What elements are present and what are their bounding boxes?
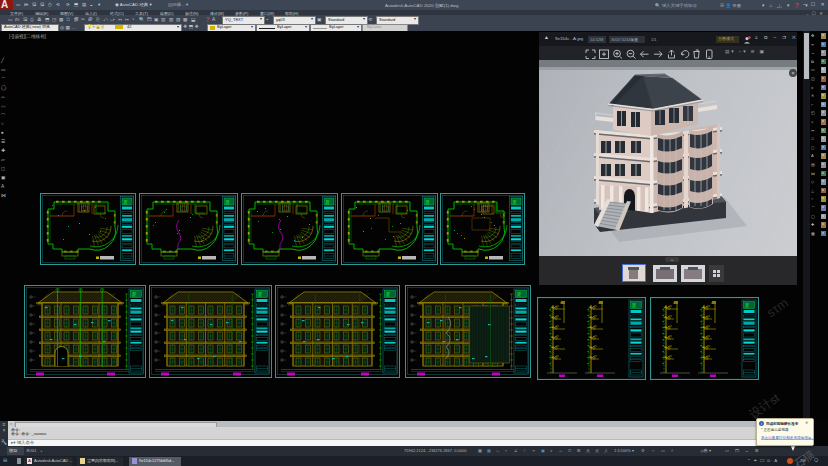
svg-text:夏: 夏 (632, 302, 637, 309)
svg-text:夏: 夏 (225, 199, 230, 206)
svg-text:夏: 夏 (258, 291, 263, 298)
svg-text:夏: 夏 (132, 291, 137, 298)
svg-text:夏: 夏 (745, 302, 750, 309)
svg-text:夏: 夏 (325, 199, 330, 206)
svg-text:夏: 夏 (425, 199, 430, 206)
svg-text:夏: 夏 (123, 199, 128, 206)
svg-text:夏: 夏 (386, 291, 391, 298)
svg-text:夏: 夏 (517, 291, 522, 298)
svg-text:夏: 夏 (512, 199, 517, 206)
